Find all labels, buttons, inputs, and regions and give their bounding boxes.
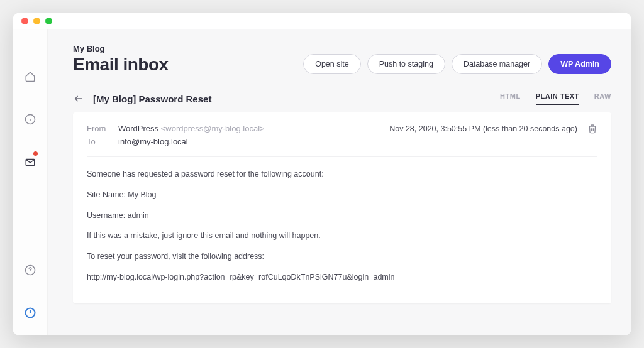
header-actions: Open site Push to staging Database manag…: [303, 54, 611, 74]
help-icon[interactable]: [20, 260, 40, 280]
window-titlebar: [13, 13, 631, 29]
email-meta: From WordPress <wordpress@my-blog.local>…: [87, 124, 597, 157]
maximize-window-dot[interactable]: [45, 18, 52, 24]
sidebar: [13, 29, 48, 335]
push-staging-button[interactable]: Push to staging: [367, 54, 445, 74]
page-header: My Blog Email inbox Open site Push to st…: [73, 44, 611, 75]
mail-badge: [33, 151, 38, 156]
email-subject: [My Blog] Password Reset: [93, 94, 211, 104]
body-line: If this was a mistake, just ignore this …: [87, 230, 597, 242]
trash-icon[interactable]: [587, 124, 597, 134]
open-site-button[interactable]: Open site: [303, 54, 361, 74]
email-timestamp: Nov 28, 2020, 3:50:55 PM (less than 20 s…: [389, 124, 577, 133]
tab-raw[interactable]: RAW: [594, 92, 611, 105]
app-body: My Blog Email inbox Open site Push to st…: [13, 29, 631, 335]
wp-admin-button[interactable]: WP Admin: [548, 54, 611, 74]
minimize-window-dot[interactable]: [33, 18, 40, 24]
body-line: To reset your password, visit the follow…: [87, 251, 597, 263]
body-line: Site Name: My Blog: [87, 189, 597, 201]
view-tabs: HTML PLAIN TEXT RAW: [500, 92, 611, 105]
from-label: From: [87, 124, 112, 133]
database-manager-button[interactable]: Database manager: [452, 54, 542, 74]
close-window-dot[interactable]: [21, 18, 28, 24]
email-body: Someone has requested a password reset f…: [87, 168, 597, 283]
to-label: To: [87, 137, 112, 146]
tab-html[interactable]: HTML: [500, 92, 521, 105]
back-arrow-icon[interactable]: [73, 93, 84, 104]
body-line: Username: admin: [87, 210, 597, 222]
page-title: Email inbox: [73, 55, 169, 75]
body-line: Someone has requested a password reset f…: [87, 168, 597, 180]
mail-icon[interactable]: [20, 152, 40, 172]
email-card: From WordPress <wordpress@my-blog.local>…: [73, 112, 611, 303]
app-window: My Blog Email inbox Open site Push to st…: [13, 13, 631, 335]
info-icon[interactable]: [20, 109, 40, 129]
site-name: My Blog: [73, 44, 169, 53]
main-content: My Blog Email inbox Open site Push to st…: [48, 29, 631, 335]
to-value: info@my-blog.local: [118, 137, 188, 146]
tab-plain-text[interactable]: PLAIN TEXT: [536, 92, 579, 105]
subject-row: [My Blog] Password Reset HTML PLAIN TEXT…: [73, 92, 611, 105]
body-line: http://my-blog.local/wp-login.php?action…: [87, 271, 597, 283]
from-value: WordPress <wordpress@my-blog.local>: [118, 124, 265, 133]
power-icon[interactable]: [20, 303, 40, 323]
home-icon[interactable]: [20, 67, 40, 87]
